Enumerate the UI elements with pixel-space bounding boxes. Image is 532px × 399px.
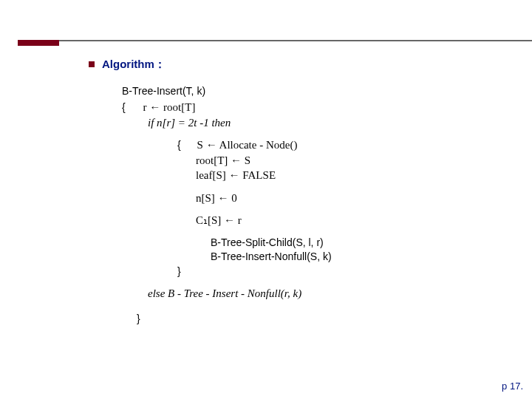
line-split-child: B-Tree-Split-Child(S, l, r) <box>211 237 332 248</box>
bullet-icon <box>89 61 95 67</box>
line-r-root: r ← root[T] <box>143 101 196 113</box>
heading-text: Algorithm： <box>102 58 166 70</box>
line-if: if n[r] = 2t -1 then <box>148 117 332 129</box>
algorithm-code: B-Tree-Insert(T, k) { r ← root[T] if n[r… <box>122 86 332 324</box>
outer-brace-open: { r ← root[T] <box>122 101 332 114</box>
line-root-s: root[T] ← S <box>196 154 332 167</box>
inner-brace-close: } <box>177 266 332 277</box>
fn-signature: B-Tree-Insert(T, k) <box>122 86 332 97</box>
inner-brace-open: { S ← Allocate - Node() <box>177 139 332 151</box>
line-else: else B - Tree - Insert - Nonfull(r, k) <box>148 287 332 300</box>
line-s-alloc: S ← Allocate - Node() <box>197 139 298 151</box>
page-number: p 17. <box>502 381 523 392</box>
line-ns-0: n[S] ← 0 <box>196 192 332 205</box>
section-heading: Algorithm： <box>89 58 166 72</box>
line-leaf-s: leaf[S] ← FALSE <box>196 169 332 182</box>
accent-bar <box>18 40 59 46</box>
line-insert-nonfull: B-Tree-Insert-Nonfull(S, k) <box>211 251 332 262</box>
line-c1s-r: C₁[S] ← r <box>196 214 332 227</box>
horizontal-rule <box>18 40 532 41</box>
outer-brace-close: } <box>137 313 332 324</box>
